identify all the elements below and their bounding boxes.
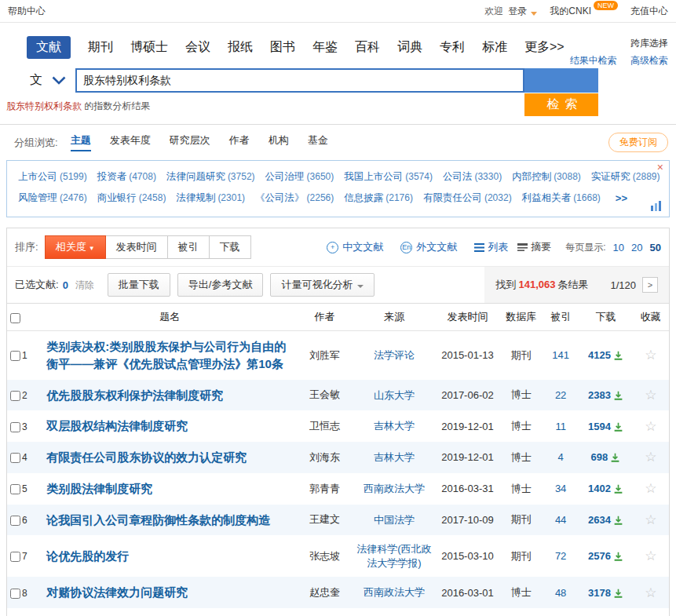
close-icon[interactable]: ×: [657, 162, 663, 173]
download-count-link[interactable]: 2576: [588, 550, 611, 562]
next-page-button[interactable]: >: [642, 277, 658, 293]
download-icon[interactable]: [613, 589, 623, 599]
nav-tab[interactable]: 图书: [270, 39, 295, 56]
help-center-link[interactable]: 帮助中心: [8, 5, 46, 18]
bar-chart-icon[interactable]: [651, 199, 662, 213]
download-icon[interactable]: [610, 453, 620, 463]
favorite-star-icon[interactable]: ☆: [645, 348, 656, 363]
download-count-link[interactable]: 3178: [588, 587, 611, 599]
nav-tab[interactable]: 年鉴: [312, 39, 338, 56]
favorite-star-icon[interactable]: ☆: [645, 512, 656, 527]
sort-button[interactable]: 相关度: [45, 235, 106, 259]
group-item[interactable]: 作者: [229, 133, 250, 151]
result-source-link[interactable]: 法学评论: [374, 348, 415, 363]
select-all-checkbox[interactable]: [10, 313, 20, 323]
cited-count-link[interactable]: 34: [555, 483, 566, 494]
nav-tab[interactable]: 报纸: [228, 39, 253, 56]
cited-count-link[interactable]: 11: [555, 421, 566, 432]
result-source-link[interactable]: 法律科学(西北政法大学学报): [356, 542, 433, 570]
cited-count-link[interactable]: 72: [555, 550, 566, 562]
foreign-literature-toggle[interactable]: En 外文文献: [400, 240, 457, 254]
result-title-link[interactable]: 论优先股的发行: [46, 549, 129, 563]
favorite-star-icon[interactable]: ☆: [645, 419, 656, 434]
export-references-button[interactable]: 导出/参考文献: [177, 273, 264, 297]
download-count-link[interactable]: 698: [591, 451, 608, 463]
download-count-link[interactable]: 2383: [588, 389, 611, 401]
advanced-search-link[interactable]: 高级检索: [630, 55, 668, 66]
row-checkbox[interactable]: [10, 391, 20, 401]
clear-selection-link[interactable]: 清除: [75, 279, 94, 292]
search-input[interactable]: [75, 68, 524, 93]
download-icon[interactable]: [613, 516, 623, 526]
row-checkbox[interactable]: [10, 516, 20, 526]
cross-db-select-link[interactable]: 跨库选择: [630, 37, 668, 50]
batch-download-button[interactable]: 批量下载: [108, 273, 170, 297]
nav-tab[interactable]: 专利: [440, 39, 465, 56]
nav-tab[interactable]: 更多>>: [524, 39, 565, 56]
result-title-link[interactable]: 有限责任公司股东协议的效力认定研究: [46, 450, 247, 464]
nav-tab[interactable]: 标准: [482, 39, 507, 56]
cited-count-link[interactable]: 4: [558, 451, 564, 463]
download-icon[interactable]: [613, 484, 623, 494]
nav-tab[interactable]: 期刊: [88, 39, 113, 56]
topic-filter-link[interactable]: 投资者(4708): [97, 166, 156, 188]
visual-analysis-dropdown[interactable]: 计量可视化分析: [270, 273, 375, 297]
result-title-link[interactable]: 双层股权结构法律制度研究: [46, 419, 188, 432]
topic-filter-link[interactable]: 信息披露(2176): [344, 188, 413, 209]
result-source-link[interactable]: 西南政法大学: [364, 482, 425, 496]
download-count-link[interactable]: 1594: [588, 421, 611, 432]
topic-filter-link[interactable]: 有限责任公司(2032): [423, 188, 512, 209]
nav-tab[interactable]: 会议: [185, 39, 210, 56]
topic-filter-link[interactable]: 利益相关者(1668): [522, 188, 601, 209]
topic-filter-link[interactable]: 法律问题研究(3752): [166, 166, 255, 188]
download-count-link[interactable]: 4125: [588, 349, 611, 361]
group-item[interactable]: 机构: [269, 133, 289, 151]
favorite-star-icon[interactable]: ☆: [645, 388, 656, 403]
recharge-center-link[interactable]: 充值中心: [630, 5, 668, 18]
cited-count-link[interactable]: 141: [552, 349, 569, 361]
row-checkbox[interactable]: [10, 552, 20, 562]
sort-button[interactable]: 被引: [167, 235, 210, 259]
row-checkbox[interactable]: [10, 453, 20, 463]
my-cnki-link[interactable]: 我的CNKINEW: [550, 5, 618, 18]
result-source-link[interactable]: 西南政法大学: [364, 585, 425, 600]
chinese-literature-toggle[interactable]: + 中文文献: [327, 240, 383, 254]
nav-tab[interactable]: 文献: [27, 36, 71, 59]
result-source-link[interactable]: 吉林大学: [374, 419, 415, 433]
topic-filter-link[interactable]: 商业银行(2458): [97, 188, 166, 209]
group-item[interactable]: 研究层次: [170, 133, 210, 151]
cited-count-link[interactable]: 48: [555, 587, 566, 599]
per-page-option[interactable]: 50: [650, 242, 661, 253]
result-source-link[interactable]: 吉林大学: [374, 450, 415, 465]
nav-tab[interactable]: 百科: [355, 39, 380, 56]
row-checkbox[interactable]: [10, 484, 20, 494]
favorite-star-icon[interactable]: ☆: [645, 585, 656, 600]
topic-filter-link[interactable]: 风险管理(2476): [18, 188, 87, 209]
login-link[interactable]: 登录: [508, 5, 527, 18]
list-view-toggle[interactable]: 列表: [474, 240, 508, 254]
per-page-option[interactable]: 10: [613, 242, 624, 253]
sort-button[interactable]: 发表时间: [105, 235, 168, 259]
result-source-link[interactable]: 山东大学: [374, 388, 415, 403]
result-title-link[interactable]: 类别股法律制度研究: [46, 482, 152, 495]
topic-filter-link[interactable]: 公司治理(3650): [265, 166, 334, 188]
download-icon[interactable]: [613, 422, 623, 432]
search-field-select[interactable]: 文: [0, 68, 75, 93]
search-submit-button[interactable]: 检索: [524, 93, 598, 116]
favorite-star-icon[interactable]: ☆: [645, 450, 656, 465]
group-item[interactable]: 主题: [71, 133, 91, 151]
download-icon[interactable]: [613, 552, 623, 562]
index-analysis-query-link[interactable]: 股东特别权利条款: [6, 100, 82, 111]
result-title-link[interactable]: 优先股股东权利保护法律制度研究: [46, 388, 223, 402]
group-item[interactable]: 基金: [308, 133, 328, 151]
result-title-link[interactable]: 类别表决权:类别股股东保护与公司行为自由的衡平——兼评《优先股试点管理办法》第1…: [46, 340, 286, 370]
nav-tab[interactable]: 词典: [397, 39, 422, 56]
abstract-view-toggle[interactable]: 摘要: [517, 240, 551, 254]
topic-filter-link[interactable]: 《公司法》(2256): [255, 188, 334, 209]
result-source-link[interactable]: 中国法学: [374, 513, 415, 527]
sort-button[interactable]: 下载: [209, 235, 251, 259]
free-subscription-button[interactable]: 免费订阅: [608, 133, 668, 152]
row-checkbox[interactable]: [10, 589, 20, 599]
favorite-star-icon[interactable]: ☆: [645, 481, 656, 496]
topic-filter-link[interactable]: 法律规制(2301): [176, 188, 245, 209]
